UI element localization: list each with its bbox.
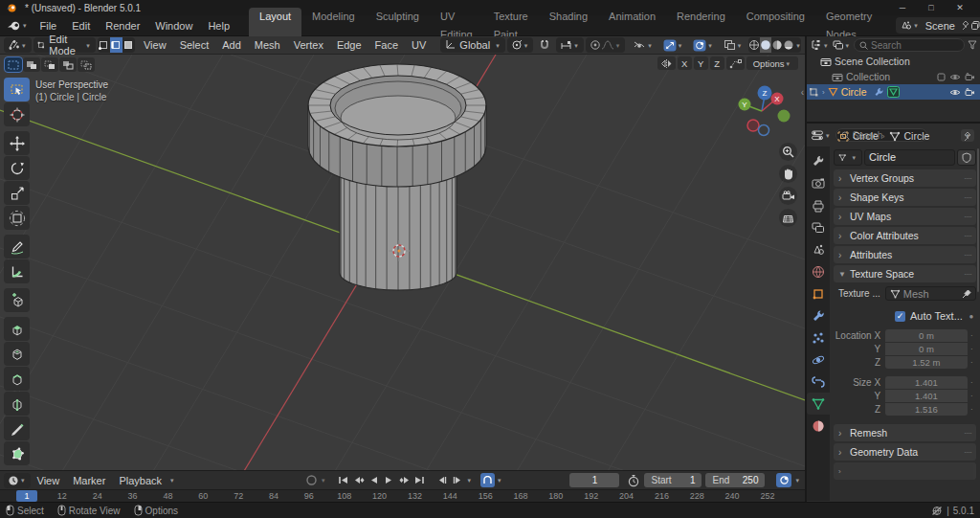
breadcrumb-object[interactable]: Circle xyxy=(853,130,879,142)
panel-color-attributes[interactable]: ›Color Attributes···· xyxy=(834,227,976,244)
xray-toggle[interactable]: ▾ xyxy=(720,37,747,53)
prev-frame-button[interactable] xyxy=(434,473,449,487)
menu-help[interactable]: Help xyxy=(200,16,237,35)
properties-tab-scene[interactable] xyxy=(807,238,830,260)
outliner-row-circle[interactable]: › Circle xyxy=(807,84,980,100)
panel-uv-maps[interactable]: ›UV Maps···· xyxy=(834,208,976,225)
viewport-menu-uv[interactable]: UV xyxy=(405,39,433,51)
menu-file[interactable]: File xyxy=(33,16,65,35)
properties-tab-tool[interactable] xyxy=(807,150,830,172)
tool-move[interactable] xyxy=(4,131,30,155)
tool-transform[interactable] xyxy=(4,206,30,230)
properties-tab-particles[interactable] xyxy=(807,327,830,349)
size-value-field[interactable]: 1.401 xyxy=(885,376,968,389)
pan-hand-icon[interactable] xyxy=(779,165,797,183)
properties-tab-world[interactable] xyxy=(807,260,830,282)
outliner-display-mode-button[interactable]: ▾ xyxy=(833,40,852,51)
perspective-toggle-icon[interactable] xyxy=(779,209,797,227)
outliner-row-collection[interactable]: Collection xyxy=(807,69,980,84)
tool-add-cube[interactable] xyxy=(4,288,30,312)
disable-render-camera-icon[interactable] xyxy=(965,88,975,97)
properties-editor-type-button[interactable]: ▾ xyxy=(811,129,832,142)
timeline-editor-type-button[interactable]: ▾ xyxy=(4,473,31,488)
animate-dot[interactable]: ● xyxy=(967,312,976,321)
outliner-editor-type-button[interactable]: ▾ xyxy=(810,39,830,51)
tool-cursor-3d[interactable] xyxy=(4,102,30,126)
properties-tab-physics[interactable] xyxy=(807,349,830,371)
shading-rendered-button[interactable] xyxy=(783,37,794,53)
menu-window[interactable]: Window xyxy=(147,16,200,35)
vertex-select-button[interactable] xyxy=(98,37,110,53)
current-frame-indicator[interactable]: 1 xyxy=(16,490,37,502)
size-value-field[interactable]: 1.516 xyxy=(885,403,968,416)
properties-tab-object-data[interactable] xyxy=(807,393,830,415)
outliner-search[interactable] xyxy=(854,38,965,52)
end-frame-field[interactable]: End250 xyxy=(705,473,765,487)
tool-scale[interactable] xyxy=(4,181,30,205)
viewport-menu-vertex[interactable]: Vertex xyxy=(287,39,330,51)
auto-keying-button[interactable] xyxy=(480,473,495,487)
mesh-data-icon[interactable] xyxy=(887,86,900,98)
timeline-menu-playback[interactable]: Playback xyxy=(112,475,168,486)
pivot-point-button[interactable]: ▾ xyxy=(507,37,534,53)
region-collapse-icon[interactable]: ‹ xyxy=(801,87,804,98)
transform-orientation[interactable]: Global ▾ xyxy=(440,37,504,53)
modifier-wrench-icon[interactable] xyxy=(874,87,884,97)
shading-material-button[interactable] xyxy=(771,37,783,53)
app-menu-button[interactable]: ▾ xyxy=(4,20,33,32)
play-button[interactable] xyxy=(382,473,396,487)
face-select-button[interactable] xyxy=(122,37,135,53)
location-value-field[interactable]: 1.52 m xyxy=(885,356,968,369)
shading-solid-button[interactable] xyxy=(760,37,771,53)
editor-type-button[interactable]: ▾ xyxy=(4,37,32,53)
animate-dot[interactable]: · xyxy=(968,345,976,353)
mode-selector[interactable]: Edit Mode ▾ xyxy=(33,37,96,53)
shading-wireframe-button[interactable] xyxy=(748,37,760,53)
panel-attributes[interactable]: ›Attributes···· xyxy=(834,246,976,263)
properties-tab-constraints[interactable] xyxy=(807,371,830,393)
shield-fake-user-button[interactable] xyxy=(957,149,976,166)
tool-select-box[interactable] xyxy=(4,78,30,101)
size-value-field[interactable]: 1.401 xyxy=(885,390,968,402)
current-frame-field[interactable]: 1 xyxy=(569,473,619,487)
new-scene-icon[interactable] xyxy=(970,20,980,31)
tool-bevel[interactable] xyxy=(4,367,30,391)
tool-extrude-region[interactable] xyxy=(4,317,30,341)
viewport-3d[interactable]: User Perspective (1) Circle | Circle X Y… xyxy=(0,55,805,470)
select-lasso-button[interactable] xyxy=(59,57,77,72)
properties-tab-object[interactable] xyxy=(807,282,830,304)
outliner-row-scene-collection[interactable]: Scene Collection xyxy=(807,54,980,69)
pin-icon[interactable] xyxy=(963,131,972,142)
navigation-gizmo[interactable]: Z X Y xyxy=(725,79,802,145)
mirror-y-button[interactable]: Y xyxy=(694,56,708,70)
menu-edit[interactable]: Edit xyxy=(64,16,98,35)
snap-toggle[interactable] xyxy=(535,37,554,53)
hide-eye-icon[interactable] xyxy=(949,88,961,97)
gizmo-y-neg[interactable] xyxy=(778,110,791,123)
breadcrumb-data[interactable]: Circle xyxy=(904,130,930,142)
viewport-menu-face[interactable]: Face xyxy=(368,39,405,51)
tweak-tool-button[interactable] xyxy=(5,57,22,72)
gizmos-toggle[interactable]: ▾ xyxy=(659,37,688,53)
viewport-menu-add[interactable]: Add xyxy=(215,39,248,51)
tool-knife[interactable] xyxy=(4,417,30,440)
tool-loop-cut[interactable] xyxy=(4,392,30,416)
select-box-button[interactable] xyxy=(23,57,40,72)
animate-dot[interactable]: · xyxy=(968,405,976,414)
panel-texture-space[interactable]: ▼ Texture Space ···· xyxy=(834,265,976,282)
prev-keyframe-button[interactable] xyxy=(351,473,366,487)
menu-render[interactable]: Render xyxy=(98,16,147,35)
scrollbar[interactable] xyxy=(977,148,979,292)
filter-icon[interactable] xyxy=(968,40,977,50)
timeline-menu-view[interactable]: View xyxy=(31,475,67,486)
jump-to-end-button[interactable] xyxy=(412,473,427,487)
camera-view-icon[interactable] xyxy=(779,187,797,205)
location-value-field[interactable]: 0 m xyxy=(885,329,968,342)
select-mode-more-button[interactable] xyxy=(78,57,95,72)
record-icon[interactable] xyxy=(305,474,318,486)
start-frame-field[interactable]: Start1 xyxy=(644,473,702,487)
edge-select-button[interactable] xyxy=(110,37,122,53)
panel-partial[interactable]: › xyxy=(834,462,976,480)
stopwatch-icon[interactable] xyxy=(627,474,640,487)
visibility-dropdown[interactable]: ▾ xyxy=(629,37,657,53)
